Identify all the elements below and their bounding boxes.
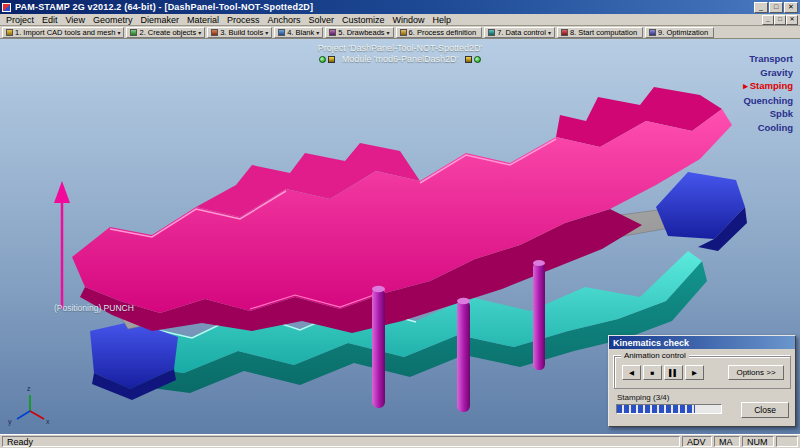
toolbar-button-blank[interactable]: 4. Blank ▾ <box>274 27 323 38</box>
blank-icon <box>278 29 285 36</box>
status-message: Ready <box>2 436 680 447</box>
module-chip-icon <box>328 56 335 63</box>
axis-label-x: x <box>46 418 50 425</box>
status-led-icon <box>474 56 481 63</box>
play-button[interactable]: ▶ <box>685 365 704 380</box>
stage-label: Stamping <box>750 80 793 91</box>
data-control-icon <box>488 29 495 36</box>
build-tools-icon <box>211 29 218 36</box>
toolbar-label: 4. Blank <box>287 28 314 37</box>
menu-diemaker[interactable]: Diemaker <box>136 15 183 25</box>
menu-geometry[interactable]: Geometry <box>89 15 137 25</box>
animation-control-group: Animation control ◀ ■ ▌▌ ▶ Options >> <box>614 356 791 389</box>
stage-gravity[interactable]: Gravity <box>743 66 793 80</box>
status-panel-adv: ADV <box>682 436 712 447</box>
toolbar-label: 5. Drawbeads <box>338 28 384 37</box>
project-label: Project 'DashPanel-Tool-NOT-Spotted2D' <box>0 43 800 53</box>
menu-material[interactable]: Material <box>183 15 223 25</box>
create-objects-icon <box>130 29 137 36</box>
title-bar: PAM-STAMP 2G v2012.2 (64-bit) - [DashPan… <box>0 0 800 14</box>
stage-cooling[interactable]: Cooling <box>743 121 793 135</box>
close-button[interactable]: ✕ <box>784 2 798 13</box>
group-label: Animation control <box>621 351 689 360</box>
animation-progress-fill <box>617 405 695 413</box>
app-icon <box>2 3 11 12</box>
toolbar-button-start-computation[interactable]: 8. Start computation <box>557 27 643 38</box>
menu-solver[interactable]: Solver <box>304 15 338 25</box>
active-stage-arrow-icon: ▸ <box>743 81 748 91</box>
menu-window[interactable]: Window <box>389 15 429 25</box>
module-label-row: Module 'mod6-PanelDash2D' <box>0 54 800 64</box>
toolbar-label: 8. Start computation <box>570 28 637 37</box>
toolbar-button-data-control[interactable]: 7. Data control ▾ <box>484 27 555 38</box>
stage-list: Transport Gravity ▸Stamping Quenching Sp… <box>743 52 793 134</box>
optimization-icon <box>649 29 656 36</box>
stop-button[interactable]: ■ <box>643 365 662 380</box>
toolbar-button-import-cad[interactable]: 1. Import CAD tools and mesh ▾ <box>2 27 124 38</box>
toolbar-label: 3. Build tools <box>220 28 263 37</box>
chevron-down-icon: ▾ <box>548 29 551 36</box>
stage-quenching[interactable]: Quenching <box>743 94 793 108</box>
maximize-button[interactable]: □ <box>769 2 783 13</box>
kinematics-check-dialog: Kinematics check Animation control ◀ ■ ▌… <box>608 335 796 427</box>
options-button[interactable]: Options >> <box>728 365 784 380</box>
pause-button[interactable]: ▌▌ <box>664 365 683 380</box>
mdi-close-button[interactable]: ✕ <box>786 15 798 25</box>
status-bar: Ready ADV MA NUM <box>0 434 800 448</box>
start-computation-icon <box>561 29 568 36</box>
mdi-minimize-button[interactable]: _ <box>762 15 774 25</box>
drawbeads-icon <box>329 29 336 36</box>
step-back-button[interactable]: ◀ <box>622 365 641 380</box>
application-window: PAM-STAMP 2G v2012.2 (64-bit) - [DashPan… <box>0 0 800 448</box>
axis-label-y: y <box>8 418 12 426</box>
toolbar-label: 9. Optimization <box>658 28 708 37</box>
menu-anchors[interactable]: Anchors <box>263 15 304 25</box>
guide-pin <box>533 260 545 370</box>
axis-label-z: z <box>27 385 31 392</box>
guide-pin <box>372 286 385 408</box>
menu-bar: Project Edit View Geometry Diemaker Mate… <box>0 14 800 26</box>
chevron-down-icon: ▾ <box>387 29 390 36</box>
mdi-restore-button[interactable]: □ <box>774 15 786 25</box>
minimize-button[interactable]: _ <box>754 2 768 13</box>
menu-customize[interactable]: Customize <box>338 15 389 25</box>
stage-stamping[interactable]: ▸Stamping <box>743 79 793 94</box>
menu-view[interactable]: View <box>62 15 89 25</box>
axis-triad: z x y <box>8 385 50 426</box>
toolbar-label: 6. Process definition <box>409 28 477 37</box>
stage-transport[interactable]: Transport <box>743 52 793 66</box>
status-led-icon <box>319 56 326 63</box>
toolbar-button-create-objects[interactable]: 2. Create objects ▾ <box>126 27 205 38</box>
viewport-3d[interactable]: z x y Project 'DashPanel-Tool-NOT-Spotte… <box>0 39 800 434</box>
status-panel-num: NUM <box>742 436 774 447</box>
toolbar-button-process-definition[interactable]: 6. Process definition <box>396 27 483 38</box>
menu-help[interactable]: Help <box>429 15 456 25</box>
status-panel-ma: MA <box>714 436 740 447</box>
positioning-punch-label: (Positioning) PUNCH <box>54 303 134 313</box>
menu-edit[interactable]: Edit <box>38 15 62 25</box>
module-label: Module 'mod6-PanelDash2D' <box>342 54 459 64</box>
dialog-title-bar[interactable]: Kinematics check <box>609 336 795 349</box>
dialog-close-button[interactable]: Close <box>741 402 789 418</box>
animation-progress-label: Stamping (3/4) <box>617 393 669 402</box>
process-definition-icon <box>400 29 407 36</box>
status-panel-extra <box>776 436 798 447</box>
toolbar-label: 7. Data control <box>497 28 546 37</box>
module-chip-icon <box>465 56 472 63</box>
guide-pin <box>457 298 470 412</box>
window-title: PAM-STAMP 2G v2012.2 (64-bit) - [DashPan… <box>15 2 750 12</box>
chevron-down-icon: ▾ <box>117 29 120 36</box>
toolbar-button-build-tools[interactable]: 3. Build tools ▾ <box>207 27 272 38</box>
stage-springback[interactable]: Spbk <box>743 107 793 121</box>
menu-project[interactable]: Project <box>2 15 38 25</box>
animation-progress-bar <box>616 404 722 414</box>
window-controls: _ □ ✕ <box>754 2 798 13</box>
toolbar-button-optimization[interactable]: 9. Optimization <box>645 27 714 38</box>
menu-process[interactable]: Process <box>223 15 264 25</box>
toolbar-label: 2. Create objects <box>139 28 196 37</box>
chevron-down-icon: ▾ <box>316 29 319 36</box>
punch-direction-arrow <box>54 181 70 309</box>
main-toolbar: 1. Import CAD tools and mesh ▾ 2. Create… <box>0 26 800 39</box>
toolbar-button-drawbeads[interactable]: 5. Drawbeads ▾ <box>325 27 393 38</box>
chevron-down-icon: ▾ <box>198 29 201 36</box>
